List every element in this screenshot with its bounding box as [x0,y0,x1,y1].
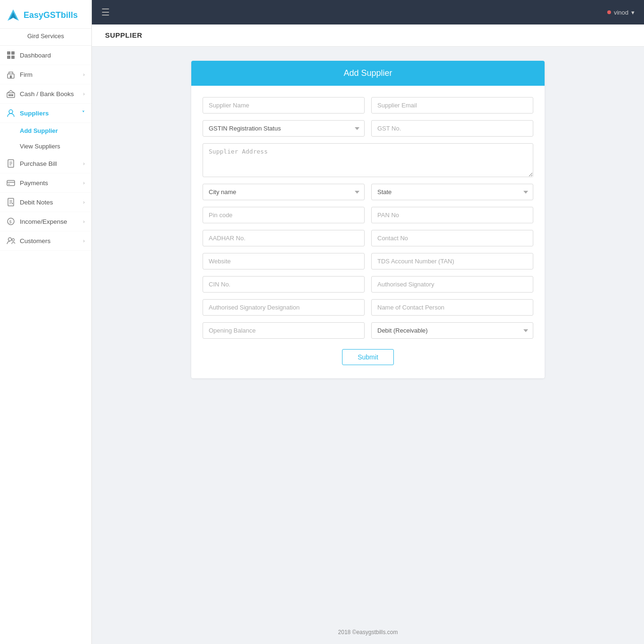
auth-signatory-group [371,276,533,293]
sidebar-item-suppliers-label: Suppliers [20,110,49,117]
svg-rect-10 [10,94,12,96]
user-menu[interactable]: vinod ▾ [607,9,635,16]
sidebar: EasyGSTbills Gird Services Dashboard Fir… [0,0,92,644]
sidebar-item-firm-label: Firm [20,71,33,78]
sidebar-item-cashbank-label: Cash / Bank Books [20,90,74,98]
firm-icon [7,70,15,79]
auth-designation-group [203,299,365,316]
pincode-input[interactable] [203,207,365,223]
form-body: GSTIN Registration Status Registered Unr… [191,86,545,378]
page-header: SUPPLIER [92,24,644,47]
svg-rect-5 [11,56,15,59]
tds-input[interactable] [371,253,533,269]
sidebar-sub-view-suppliers[interactable]: View Suppliers [0,139,91,154]
address-input[interactable] [203,143,533,177]
supplier-name-input[interactable] [203,97,365,114]
svg-rect-3 [11,51,15,55]
pincode-group [203,207,365,223]
sidebar-item-purchase-bill-label: Purchase Bill [20,160,57,167]
sidebar-item-customers[interactable]: Customers › [0,231,91,251]
sidebar-item-income-label: Income/Expense [20,218,67,225]
supplier-name-group [203,97,365,114]
sidebar-item-cashbank[interactable]: Cash / Bank Books › [0,84,91,104]
row-aadhar-contact [203,230,533,246]
logo-area: EasyGSTbills [0,0,91,29]
sidebar-item-purchase-bill[interactable]: Purchase Bill › [0,154,91,173]
svg-point-19 [8,184,9,185]
contact-person-input[interactable] [371,299,533,316]
submit-row: Submit [203,345,533,367]
sidebar-item-dashboard[interactable]: Dashboard [0,46,91,65]
state-select[interactable]: State [371,184,533,200]
row-website-tds [203,253,533,269]
company-name: Gird Services [0,29,91,46]
add-supplier-label: Add Supplier [20,127,58,134]
aadhar-group [203,230,365,246]
supplier-email-group [371,97,533,114]
balance-type-select[interactable]: Debit (Receivable) Credit (Payable) [371,322,533,339]
sidebar-item-firm[interactable]: Firm › [0,65,91,84]
sidebar-item-dashboard-label: Dashboard [20,52,51,59]
gst-no-input[interactable] [371,120,533,137]
form-header: Add Supplier [191,61,545,86]
aadhar-input[interactable] [203,230,365,246]
auth-designation-input[interactable] [203,299,365,316]
svg-rect-9 [8,94,10,96]
svg-point-29 [12,239,15,241]
customers-arrow: › [83,238,85,244]
svg-rect-4 [7,56,10,59]
contact-input[interactable] [371,230,533,246]
pan-input[interactable] [371,207,533,223]
suppliers-arrow: ˅ [82,110,85,116]
form-title: Add Supplier [343,68,392,78]
svg-text:$: $ [9,220,12,224]
hamburger-button[interactable]: ☰ [101,7,110,18]
payments-arrow: › [83,180,85,186]
svg-point-12 [9,110,13,114]
main-content: ☰ vinod ▾ SUPPLIER Add Supplier [92,0,644,644]
sidebar-item-debit-notes[interactable]: Debit Notes › [0,193,91,212]
row-opening-balance: Debit (Receivable) Credit (Payable) [203,322,533,339]
sidebar-sub-add-supplier[interactable]: Add Supplier [0,123,91,139]
sidebar-item-payments-label: Payments [20,179,48,187]
page-title: SUPPLIER [105,31,142,39]
svg-rect-7 [10,75,12,78]
address-group [203,143,533,177]
debit-icon [7,198,15,206]
sidebar-item-income-expense[interactable]: $ Income/Expense › [0,212,91,231]
logo-text: EasyGSTbills [24,10,78,20]
logo-easy: Easy [24,10,43,20]
gstin-select[interactable]: GSTIN Registration Status Registered Unr… [203,120,365,137]
footer-text: 2018 ©easygstbills.com [338,629,398,636]
contact-person-group [371,299,533,316]
sidebar-item-customers-label: Customers [20,237,50,245]
pan-group [371,207,533,223]
cin-input[interactable] [203,276,365,293]
income-icon: $ [7,217,15,226]
svg-point-28 [8,238,12,241]
auth-signatory-input[interactable] [371,276,533,293]
customers-icon [7,236,15,245]
row-pin-pan [203,207,533,223]
supplier-email-input[interactable] [371,97,533,114]
gst-no-group [371,120,533,137]
logo-gst: GST [43,10,61,20]
sidebar-item-suppliers[interactable]: Suppliers ˅ [0,104,91,123]
purchase-bill-arrow: › [83,161,85,166]
sidebar-item-payments[interactable]: Payments › [0,173,91,193]
svg-rect-2 [7,51,10,55]
website-input[interactable] [203,253,365,269]
debit-notes-arrow: › [83,199,85,205]
content-area: Add Supplier GSTIN Registration [92,47,644,620]
opening-balance-input[interactable] [203,322,365,339]
row-city-state: City name State [203,184,533,200]
row-name-email [203,97,533,114]
website-group [203,253,365,269]
dashboard-icon [7,51,15,59]
opening-balance-group [203,322,365,339]
submit-button[interactable]: Submit [342,349,394,365]
footer: 2018 ©easygstbills.com [92,620,644,644]
income-arrow: › [83,219,85,224]
city-select[interactable]: City name [203,184,365,200]
gstin-group: GSTIN Registration Status Registered Unr… [203,120,365,137]
